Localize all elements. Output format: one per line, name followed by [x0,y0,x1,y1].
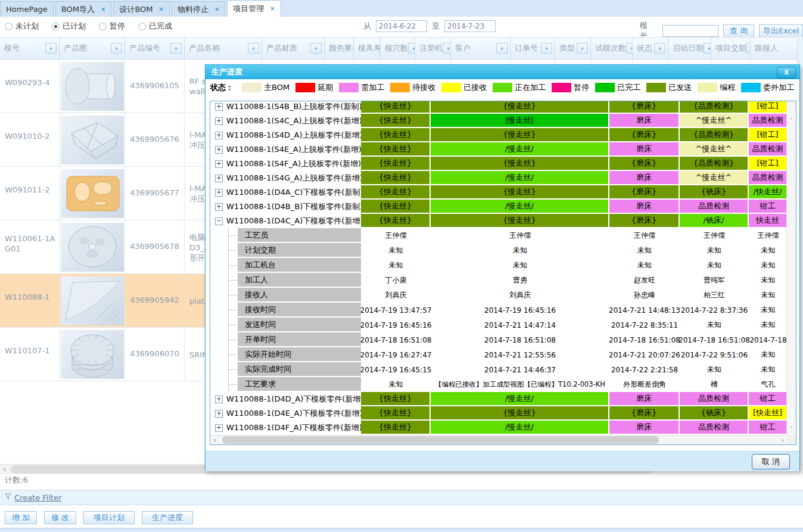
date-from-input[interactable] [376,20,427,32]
process-cell: {磨床} [609,101,680,114]
dialog-vertical-scrollbar[interactable]: ˄ ˅ [786,101,796,436]
tab-4[interactable]: 项目管理× [227,0,281,17]
tab-2[interactable]: 设计BOM× [113,1,170,17]
dialog-horizontal-scrollbar[interactable]: ‹ › [210,435,788,444]
tree-row-3[interactable]: +W110088-1(S4E_A)上脱板零件(新增){快走丝}/慢走丝/磨床^慢… [210,142,787,157]
tree-row-6[interactable]: +W110088-1(D4A_C)下模板零件(新制){快走丝}{慢走丝}{磨床}… [210,185,787,200]
tree-line [228,280,238,281]
status-radio-3[interactable]: 已完成 [138,21,172,32]
column-header-16: 跟模人 [751,38,803,59]
cancel-button[interactable]: 取 消 [752,454,790,469]
tree-row-8[interactable]: −W110088-1(D4C_A)下模板零件(新增){快走丝}{慢走丝}{磨床}… [210,214,787,228]
scroll-up-icon[interactable]: ˄ [787,116,796,125]
tree-node-label: W110088-1(S4F_A)上脱板零件(新增) [226,158,361,169]
tree-row-22[interactable]: +W110088-1(D4F_A)下模板零件(新增){快走丝}/慢走丝/磨床品质… [210,421,787,435]
radio-icon[interactable] [52,23,60,30]
modify-button[interactable]: 修 改 [44,511,76,524]
tab-1[interactable]: BOM导入× [55,1,112,17]
filter-dropdown-button[interactable]: ▾ [654,43,665,54]
dialog-titlebar[interactable]: 生产进度 X [206,65,799,79]
tab-0[interactable]: HomePage [0,1,54,17]
tree-node-cell: +W110088-1(S4F_A)上脱板零件(新增) [210,157,361,171]
detail-row-17: 实际开始时间2014-7-19 16:27:472014-7-21 12:55:… [210,347,787,362]
column-header-3: 产品名称▾ [185,38,262,59]
search-button[interactable]: 查 询 [723,24,754,38]
process-cell: 钳工 [749,421,788,435]
tree-row-1[interactable]: +W110088-1(S4C_A)上脱板零件(新增){快走丝}|慢走丝|磨床^慢… [210,114,787,128]
expand-icon[interactable]: + [215,203,223,211]
expand-icon[interactable]: + [215,189,223,197]
tab-close-icon[interactable]: × [159,6,164,13]
close-icon[interactable]: X [777,67,796,79]
tree-row-21[interactable]: +W110088-1(D4E_A)下模板零件(新增){快走丝}{慢走丝}{磨床}… [210,406,787,421]
filter-dropdown-button[interactable]: ▾ [111,43,122,54]
status-radio-1[interactable]: 已计划 [52,21,86,32]
detail-value: 王仲儒 [609,228,680,243]
create-filter-link[interactable]: Create Filter [14,493,62,502]
filter-dropdown-button[interactable]: ▾ [577,43,588,54]
production-progress-button[interactable]: 生产进度 [142,511,193,524]
column-header-label: 模穴数 [385,43,408,54]
filter-dropdown-button[interactable]: ▾ [541,43,552,54]
tab-bar: HomePageBOM导入×设计BOM×物料停止×项目管理× [0,0,803,17]
filter-dropdown-button[interactable]: ▾ [170,43,182,54]
expand-icon[interactable]: + [215,132,223,139]
status-radio-2[interactable]: 暂停 [99,21,125,32]
project-plan-button[interactable]: 项目计划 [83,511,135,524]
filter-dropdown-button[interactable]: ▾ [626,43,633,54]
tree-line [228,354,238,355]
status-radio-0[interactable]: 未计划 [5,21,39,32]
expand-icon[interactable]: + [215,117,223,125]
tree-row-20[interactable]: +W110088-1(D4D_A)下模板零件(新增){快走丝}/慢走丝/磨床品质… [210,392,787,406]
tree-node-cell: +W110088-1(D4E_A)下模板零件(新增) [210,406,361,421]
filter-dropdown-button[interactable]: ▾ [443,43,451,54]
scroll-left-icon[interactable]: ‹ [210,435,220,445]
filter-dropdown-button[interactable]: ▾ [248,43,259,54]
column-header-11: 类型▾ [555,38,591,59]
filter-icon [5,493,11,502]
expand-icon[interactable]: + [215,410,223,418]
tab-close-icon[interactable]: × [214,6,219,13]
filter-dropdown-button[interactable]: ▾ [704,43,711,54]
radio-icon[interactable] [5,23,13,30]
legend-swatch-9 [698,83,717,92]
collapse-icon[interactable]: − [215,217,223,225]
tree-row-2[interactable]: +W110088-1(S4D_A)上脱板零件(新增){快走丝}{慢走丝}{磨床}… [210,128,787,142]
detail-value: 王仲儒 [749,228,788,243]
dialog-footer: 取 消 [206,451,799,471]
detail-value: 王仲儒 [361,228,431,243]
scroll-down-icon[interactable]: ˅ [787,424,796,434]
export-excel-button[interactable]: 导出Excel [759,24,803,38]
tab-3[interactable]: 物料停止× [172,1,225,17]
tab-close-icon[interactable]: × [270,5,275,12]
tab-close-icon[interactable]: × [101,6,105,13]
expand-icon[interactable]: + [215,424,223,432]
expand-icon[interactable]: + [215,396,223,403]
tree-row-0[interactable]: +W110088-1(S4B_B)上脱板零件(新制){快走丝}{慢走丝}{磨床}… [210,101,787,114]
filter-dropdown-button[interactable]: ▾ [408,43,415,54]
detail-value: 未知 [609,243,680,258]
expand-icon[interactable]: + [215,175,223,182]
scrollbar-thumb[interactable] [222,436,659,444]
filter-dropdown-button[interactable]: ▾ [746,43,751,54]
product-no-cell: 4369905677 [125,167,185,220]
expand-icon[interactable]: + [215,103,223,111]
radio-label: 暂停 [110,21,125,32]
detail-label: 实际完成时间 [238,362,361,376]
tree-row-7[interactable]: +W110088-1(D4B_B)下模板零件(新制){快走丝}/慢走丝/磨床品质… [210,200,787,214]
filter-dropdown-button[interactable]: ▾ [496,43,508,54]
mold-no-input[interactable] [662,25,718,37]
tree-row-4[interactable]: +W110088-1(S4F_A)上脱板零件(新增){快走丝}{慢走丝}{磨床}… [210,157,787,171]
add-button[interactable]: 增 加 [5,511,37,524]
detail-value: 未知 [431,258,609,273]
filter-dropdown-button[interactable]: ▾ [45,43,57,54]
date-to-input[interactable] [444,20,496,32]
filter-dropdown-button[interactable]: ▾ [310,43,322,54]
process-cell: 磨床 [609,142,680,157]
tree-row-5[interactable]: +W110088-1(S4G_A)上脱板零件(新增){快走丝}/慢走丝/磨床^慢… [210,171,787,185]
scroll-left-icon[interactable]: ‹ [0,465,10,474]
radio-icon[interactable] [138,23,146,30]
expand-icon[interactable]: + [215,146,223,154]
radio-icon[interactable] [99,23,107,30]
expand-icon[interactable]: + [215,160,223,168]
